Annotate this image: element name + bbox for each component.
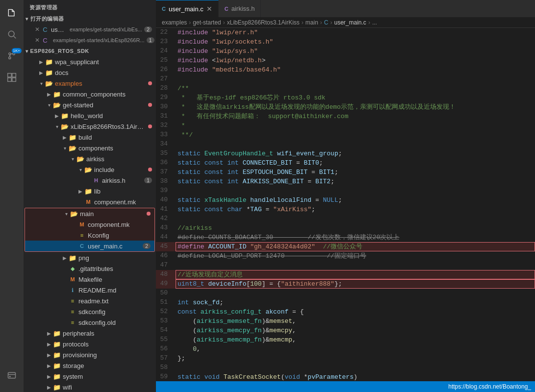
tab-c-icon: C (162, 6, 166, 12)
line-29: 29 * 基于esp-idf esp8266芯片 rtos3.0 sdk (156, 93, 535, 102)
chevron-down-icon: ▾ (45, 102, 53, 108)
tree-item-main[interactable]: ▾ 📂 main (25, 208, 154, 219)
tree-item-peripherals[interactable]: ▶ 📁 peripherals (24, 328, 156, 339)
tree-item-wpa[interactable]: ▶ 📁 wpa_supplicant (24, 56, 156, 67)
line-27: 27 (156, 74, 535, 84)
tree-item-readme[interactable]: ℹ README.md (24, 285, 156, 295)
svg-line-1 (14, 36, 16, 39)
line-25: 25 #include <lwip/netdb.h> (156, 56, 535, 65)
close-icon[interactable]: ✕ (33, 26, 41, 33)
tree-item-wifi[interactable]: ▶ 📁 wifi (24, 382, 156, 392)
line-23: 23 #include "lwip/sockets.h" (156, 37, 535, 47)
h-file-icon: C (41, 37, 49, 44)
line-52: 52 const airkiss_config_t akconf = { (156, 307, 535, 317)
status-url: https://blog.csdn.net/Boantong_ (448, 383, 531, 390)
close-icon2[interactable]: ✕ (33, 37, 41, 44)
tree-item-build[interactable]: ▶ 📁 build (24, 132, 156, 143)
folder-icon: 📁 (53, 362, 61, 369)
tree-item-get-started[interactable]: ▾ 📂 get-started (24, 99, 156, 110)
chevron-down-icon: ▾ (76, 167, 84, 172)
line-50: 50 (156, 289, 535, 298)
folder-open-icon: 📂 (69, 145, 76, 152)
tab-h-icon: C (225, 6, 229, 12)
tree-item-include[interactable]: ▾ 📂 include (24, 164, 156, 175)
tree-item-hello[interactable]: ▶ 📁 hello_world (24, 110, 156, 121)
line-56: 56 0, (156, 344, 535, 354)
breadcrumb-filename[interactable]: user_main.c (334, 19, 366, 26)
folder-icon: 📁 (45, 58, 53, 66)
open-editor-user-main[interactable]: ✕ C user_main.c examples/get-started/xLi… (24, 24, 156, 35)
file-tree: ▶ 📁 wpa_supplicant ▶ 📁 docs ▾ 📂 examples… (24, 56, 156, 392)
folder-icon: 📁 (53, 373, 61, 380)
breadcrumb-xlib[interactable]: xLibEsp8266Rtos3.1AirKiss (227, 19, 300, 26)
tree-item-docs[interactable]: ▶ 📁 docs (24, 67, 156, 78)
main-content: C user_main.c ✕ C airkiss.h examples › g… (156, 0, 535, 392)
chevron-right-icon: ▶ (45, 363, 53, 368)
sidebar-title: 资源管理器 (24, 0, 156, 13)
tree-item-component-mk-main[interactable]: M component.mk (25, 219, 154, 230)
tree-item-system[interactable]: ▶ 📁 system (24, 371, 156, 382)
remote-icon[interactable] (3, 367, 21, 384)
tab-user-main[interactable]: C user_main.c ✕ (156, 0, 219, 17)
line-26: 26 #include "mbedtls/base64.h" (156, 65, 535, 74)
sdk-section[interactable]: ▾ ESP8266_RTOS_SDK (24, 46, 156, 56)
tree-item-airkiss-h[interactable]: H airkiss.h 1 (24, 175, 156, 186)
tree-item-sdkconfig[interactable]: ≡ sdkconfig (24, 306, 156, 317)
tree-item-lib[interactable]: ▶ 📁 lib (24, 186, 156, 196)
breadcrumb-main[interactable]: main (306, 19, 318, 26)
svg-point-11 (9, 376, 10, 377)
tree-item-user-main-c[interactable]: C user_main.c 2 (25, 241, 154, 251)
line-48: 48 //近场发现自定义消息 (156, 270, 535, 279)
breadcrumb-get-started[interactable]: get-started (193, 19, 221, 26)
line-38: 38 static const int AIRKISS_DONE_BIT = B… (156, 177, 535, 186)
tree-item-components[interactable]: ▾ 📂 components (24, 143, 156, 153)
kconfig-file-icon: ≡ (78, 232, 86, 238)
tree-item-kconfig[interactable]: ≡ Kconfig (25, 230, 154, 241)
tree-item-provisioning[interactable]: ▶ 📁 provisioning (24, 349, 156, 360)
line-34: 34 (156, 140, 535, 149)
svg-rect-8 (12, 78, 16, 82)
svg-point-3 (13, 53, 15, 55)
line-40: 40 static xTaskHandle handleLlocalFind =… (156, 196, 535, 205)
tab-label-airkiss: airkiss.h (231, 5, 255, 12)
line-47: 47 (156, 261, 535, 270)
tree-item-png[interactable]: ▶ 📁 png (24, 252, 156, 263)
tree-item-storage[interactable]: ▶ 📁 storage (24, 360, 156, 371)
open-editors-section[interactable]: ▾ 打开的编辑器 (24, 13, 156, 24)
chevron-right-icon: ▶ (61, 135, 69, 140)
extensions-icon[interactable] (3, 69, 21, 86)
search-icon[interactable] (3, 25, 21, 43)
c-file-icon: C (41, 26, 49, 33)
tab-airkiss[interactable]: C airkiss.h (219, 0, 261, 17)
breadcrumb-c[interactable]: C (324, 19, 329, 26)
tree-item-component-mk-airkiss[interactable]: M component.mk (24, 196, 156, 207)
tree-item-sdkconfig-old[interactable]: ≡ sdkconfig.old (24, 317, 156, 328)
tree-item-gitattributes[interactable]: ◆ .gitattributes (24, 263, 156, 274)
chevron-right-icon: ▶ (45, 374, 53, 379)
tab-close-user-main[interactable]: ✕ (206, 5, 212, 13)
folder-open-icon: 📂 (53, 101, 61, 109)
tree-item-xlib[interactable]: ▾ 📂 xLibEsp8266Rtos3.1AirKiss (24, 121, 156, 132)
breadcrumb-examples[interactable]: examples (162, 19, 187, 26)
folder-open-icon: 📂 (76, 155, 84, 163)
tree-item-examples[interactable]: ▾ 📂 examples (24, 78, 156, 89)
folder-icon: 📁 (61, 112, 69, 120)
chevron-right-icon: ▶ (45, 92, 53, 97)
tabs-bar: C user_main.c ✕ C airkiss.h (156, 0, 535, 17)
breadcrumb: examples › get-started › xLibEsp8266Rtos… (156, 17, 535, 28)
tree-item-protocols[interactable]: ▶ 📁 protocols (24, 339, 156, 349)
tree-item-makefile[interactable]: M Makefile (24, 274, 156, 285)
code-editor[interactable]: 22 #include "lwip/err.h" 23 #include "lw… (156, 28, 535, 381)
chevron-right-icon: ▶ (61, 255, 69, 261)
line-43: 43 //airkiss (156, 223, 535, 233)
tree-item-common[interactable]: ▶ 📁 common_components (24, 89, 156, 99)
line-42: 42 (156, 214, 535, 223)
open-editor-airkiss[interactable]: ✕ C airkiss.h examples/get-started/xLibE… (24, 35, 156, 46)
source-control-icon[interactable] (3, 47, 21, 65)
files-icon[interactable] (3, 4, 21, 22)
line-54: 54 (airkiss_memcpy_fn)&memcpy, (156, 326, 535, 335)
tree-item-readmetxt[interactable]: ≡ readme.txt (24, 295, 156, 306)
activity-bar (0, 0, 24, 392)
tree-item-airkiss-folder[interactable]: ▾ 📂 airkiss (24, 153, 156, 164)
git-file-icon: ◆ (69, 266, 76, 272)
